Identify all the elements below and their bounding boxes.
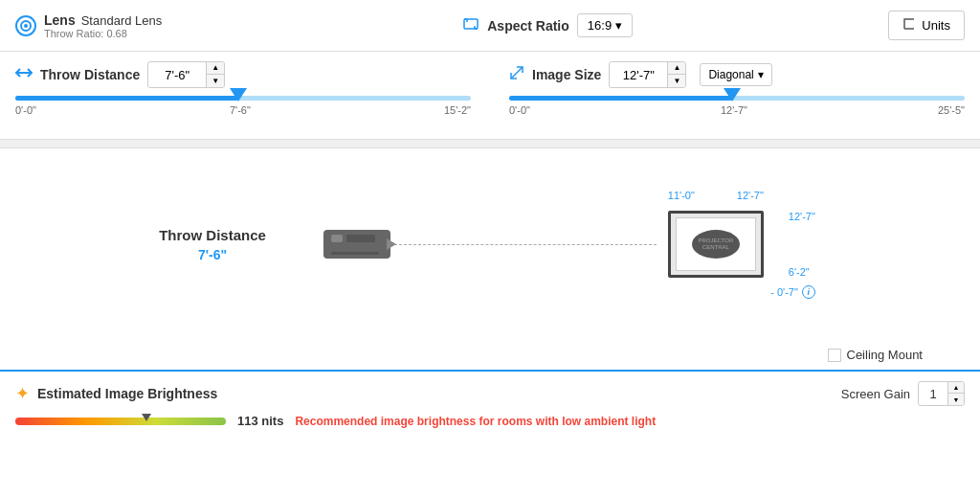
projector-body <box>323 230 390 259</box>
throw-spinner-buttons: ▲ ▼ <box>206 61 224 88</box>
image-current-label: 12'-7" <box>721 104 747 116</box>
image-slider-thumb[interactable] <box>724 88 741 102</box>
gain-increment-button[interactable]: ▲ <box>948 381 964 394</box>
dim-right-col: 12'-7" 6'-2" <box>789 211 815 278</box>
image-slider-track[interactable] <box>509 96 965 101</box>
controls-row: Throw Distance ▲ ▼ 0'-0" 7'-6" 15'-2" <box>0 52 980 135</box>
throw-slider-fill <box>15 96 238 101</box>
image-size-section: Image Size ▲ ▼ Diagonal ▾ 0'-0" 12'-7" <box>490 61 965 135</box>
throw-increment-button[interactable]: ▲ <box>207 61 224 75</box>
screen-inner: PROJECTORCENTRAL <box>676 217 756 271</box>
throw-label-row: Throw Distance ▲ ▼ <box>15 61 471 88</box>
ceiling-mount-row: Ceiling Mount <box>0 340 980 370</box>
gain-decrement-button[interactable]: ▼ <box>948 394 964 406</box>
diagram-throw-value: 7'-6" <box>198 247 227 262</box>
throw-info-block: Throw Distance 7'-6" <box>159 227 266 262</box>
throw-distance-spinner[interactable]: ▲ ▼ <box>147 61 225 88</box>
units-button[interactable]: Units <box>888 11 965 40</box>
ceiling-mount-label: Ceiling Mount <box>847 348 924 362</box>
lens-type: Standard Lens <box>81 13 163 28</box>
dim-top-left: 11'-0" <box>668 190 695 201</box>
gain-spinner[interactable]: 1 ▲ ▼ <box>918 381 965 406</box>
diagram-throw-label: Throw Distance <box>159 227 266 243</box>
ceiling-mount-checkbox[interactable] <box>828 349 841 362</box>
image-spinner-buttons: ▲ ▼ <box>667 61 685 88</box>
throw-ratio: Throw Ratio: 0.68 <box>44 28 162 39</box>
brightness-nits: 113 nits <box>237 414 283 428</box>
image-slider-labels: 0'-0" 12'-7" 25'-5" <box>509 104 965 116</box>
brightness-section: ✦ Estimated Image Brightness Screen Gain… <box>0 370 980 438</box>
throw-max-label: 15'-2" <box>444 104 471 116</box>
throw-decrement-button[interactable]: ▼ <box>207 75 224 88</box>
units-label: Units <box>922 18 950 33</box>
aspect-ratio-dropdown[interactable]: 16:9 ▾ <box>577 13 633 37</box>
header-bar: Lens Standard Lens Throw Ratio: 0.68 Asp… <box>0 0 980 52</box>
image-size-label: Image Size <box>532 67 601 82</box>
brightness-header: ✦ Estimated Image Brightness Screen Gain… <box>15 381 965 406</box>
lens-section: Lens Standard Lens Throw Ratio: 0.68 <box>15 12 226 39</box>
throw-slider-track[interactable] <box>15 96 471 101</box>
screen-frame: PROJECTORCENTRAL <box>668 211 764 278</box>
throw-distance-section: Throw Distance ▲ ▼ 0'-0" 7'-6" 15'-2" <box>15 61 490 135</box>
section-divider <box>0 139 980 148</box>
info-icon[interactable]: i <box>802 285 815 299</box>
low-text: low <box>562 415 581 428</box>
chevron-down-icon: ▾ <box>615 18 622 33</box>
screen-container: 11'-0" 12'-7" PROJECTORCENTRAL 12'-7" 6'… <box>668 211 764 278</box>
projector-central-logo: PROJECTORCENTRAL <box>692 230 740 259</box>
dim-top-row: 11'-0" 12'-7" <box>668 190 764 201</box>
beam-line <box>394 244 657 245</box>
throw-min-label: 0'-0" <box>15 104 36 116</box>
screen-gain-row: Screen Gain 1 ▲ ▼ <box>841 381 965 406</box>
image-size-icon <box>509 65 524 84</box>
throw-distance-input[interactable] <box>148 68 206 82</box>
dim-bottom-value: - 0'-7" <box>770 286 798 298</box>
units-icon <box>902 17 916 34</box>
lens-info: Lens Standard Lens Throw Ratio: 0.68 <box>44 12 162 39</box>
dim-top-right: 12'-7" <box>737 190 764 201</box>
image-label-row: Image Size ▲ ▼ Diagonal ▾ <box>509 61 965 88</box>
gain-buttons: ▲ ▼ <box>947 381 964 406</box>
brightness-bar-row: 113 nits Recommended image brightness fo… <box>15 414 965 428</box>
screen-gain-label: Screen Gain <box>841 387 910 401</box>
logo-text: PROJECTORCENTRAL <box>698 237 733 251</box>
diagonal-dropdown[interactable]: Diagonal ▾ <box>700 63 771 86</box>
brightness-bar <box>15 418 226 425</box>
brightness-marker <box>142 414 151 421</box>
image-slider-container: 0'-0" 12'-7" 25'-5" <box>509 96 965 135</box>
aspect-ratio-icon <box>462 15 479 36</box>
brightness-title: Estimated Image Brightness <box>37 386 217 401</box>
aspect-ratio-section: Aspect Ratio 16:9 ▾ <box>462 13 633 37</box>
diagonal-chevron-icon: ▾ <box>758 68 764 81</box>
dim-right-top: 12'-7" <box>789 211 815 222</box>
image-min-label: 0'-0" <box>509 104 530 116</box>
image-size-input[interactable] <box>610 68 667 82</box>
image-max-label: 25'-5" <box>938 104 965 116</box>
brightness-icon: ✦ <box>15 383 30 404</box>
dim-bottom-row: - 0'-7" i <box>770 285 815 299</box>
brightness-title-row: ✦ Estimated Image Brightness <box>15 383 217 404</box>
image-increment-button[interactable]: ▲ <box>668 61 685 75</box>
brightness-description: Recommended image brightness for rooms w… <box>295 415 656 428</box>
throw-slider-labels: 0'-0" 7'-6" 15'-2" <box>15 104 471 116</box>
throw-current-label: 7'-6" <box>230 104 251 116</box>
throw-slider-thumb[interactable] <box>230 88 247 102</box>
throw-distance-label: Throw Distance <box>40 67 140 82</box>
diagram-section: Throw Distance 7'-6" 11'-0" 12'-7" <box>0 148 980 340</box>
throw-distance-icon <box>15 66 33 83</box>
diagonal-label: Diagonal <box>708 68 753 81</box>
image-slider-fill <box>509 96 732 101</box>
gain-value: 1 <box>919 387 947 401</box>
diagram-visual: 11'-0" 12'-7" PROJECTORCENTRAL 12'-7" 6'… <box>323 211 821 278</box>
lens-label: Lens <box>44 12 76 28</box>
projector <box>323 230 390 259</box>
throw-slider-container: 0'-0" 7'-6" 15'-2" <box>15 96 471 135</box>
image-decrement-button[interactable]: ▼ <box>668 75 685 88</box>
aspect-ratio-label: Aspect Ratio <box>487 18 569 34</box>
dim-right-middle: 6'-2" <box>789 266 810 278</box>
svg-rect-2 <box>464 19 478 29</box>
lens-icon <box>15 15 36 36</box>
svg-point-1 <box>24 24 28 28</box>
svg-line-5 <box>511 67 523 79</box>
image-size-spinner[interactable]: ▲ ▼ <box>609 61 686 88</box>
